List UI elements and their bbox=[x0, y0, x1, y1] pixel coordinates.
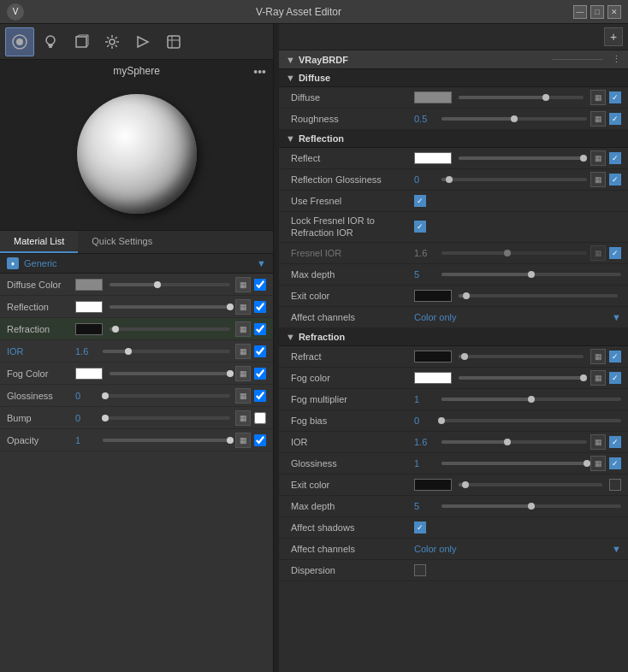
right-refr-glossiness-map-btn[interactable]: ▦ bbox=[590, 456, 606, 471]
right-reflect-slider[interactable] bbox=[459, 156, 584, 160]
right-refr-ior-slider[interactable] bbox=[441, 440, 587, 444]
right-diffuse-map-btn[interactable]: ▦ bbox=[590, 90, 606, 105]
right-refr-max-depth-slider[interactable] bbox=[441, 504, 621, 508]
right-affect-channels-refl-value[interactable]: Color only bbox=[414, 312, 608, 322]
right-fog-bias-slider[interactable] bbox=[441, 419, 621, 422]
right-fresnel-ior-check[interactable] bbox=[609, 247, 621, 259]
minimize-button[interactable]: — bbox=[573, 5, 587, 19]
right-refr-glossiness-check[interactable] bbox=[609, 457, 621, 469]
opacity-check[interactable] bbox=[254, 434, 266, 446]
right-reflect-map-btn[interactable]: ▦ bbox=[590, 150, 606, 166]
right-roughness-map-btn[interactable]: ▦ bbox=[590, 111, 606, 127]
right-refract-map-btn[interactable]: ▦ bbox=[590, 349, 606, 364]
right-fog-color-slider[interactable] bbox=[459, 376, 584, 380]
right-refr-exit-color-slider[interactable] bbox=[459, 483, 602, 486]
fog-color-check[interactable] bbox=[254, 368, 266, 380]
refraction-slider[interactable] bbox=[110, 327, 230, 331]
tab-quick-settings[interactable]: Quick Settings bbox=[78, 231, 166, 253]
right-fog-color-check[interactable] bbox=[609, 372, 621, 384]
add-asset-button[interactable]: + bbox=[604, 27, 623, 46]
right-fog-color-map-btn[interactable]: ▦ bbox=[590, 370, 606, 386]
refraction-map-btn[interactable]: ▦ bbox=[235, 321, 251, 337]
refraction-section-header[interactable]: ▼ Refraction bbox=[279, 328, 628, 346]
preview-menu-button[interactable]: ••• bbox=[253, 65, 266, 79]
render-tool-button[interactable] bbox=[128, 27, 157, 56]
right-affect-channels-refr-arrow[interactable]: ▼ bbox=[612, 544, 621, 554]
bump-check[interactable] bbox=[254, 412, 266, 424]
right-refr-exit-color-check[interactable] bbox=[609, 479, 621, 491]
collapse-brdf-icon[interactable]: ▼ bbox=[286, 55, 295, 65]
glossiness-map-btn[interactable]: ▦ bbox=[235, 388, 251, 404]
ior-map-btn[interactable]: ▦ bbox=[235, 344, 251, 359]
right-exit-color-swatch[interactable] bbox=[414, 290, 452, 302]
right-refract-check[interactable] bbox=[609, 351, 621, 363]
right-refl-glossiness-check[interactable] bbox=[609, 174, 621, 186]
reflection-section-header[interactable]: ▼ Reflection bbox=[279, 130, 628, 148]
right-affect-channels-refr-value[interactable]: Color only bbox=[414, 544, 608, 554]
settings-tool-button[interactable] bbox=[98, 27, 127, 56]
diffuse-color-check[interactable] bbox=[254, 279, 266, 291]
right-diffuse-swatch[interactable] bbox=[414, 91, 452, 103]
effects-tool-button[interactable] bbox=[159, 27, 188, 56]
right-fresnel-ior-slider[interactable] bbox=[441, 251, 587, 255]
bump-map-btn[interactable]: ▦ bbox=[235, 410, 251, 426]
right-diffuse-slider[interactable] bbox=[459, 96, 584, 99]
glossiness-check[interactable] bbox=[254, 390, 266, 402]
right-exit-color-slider[interactable] bbox=[459, 294, 618, 298]
opacity-slider[interactable] bbox=[103, 439, 230, 442]
right-roughness-check[interactable] bbox=[609, 113, 621, 125]
right-fog-mult-slider[interactable] bbox=[441, 398, 621, 401]
ior-check[interactable] bbox=[254, 345, 266, 357]
material-dropdown[interactable]: ♦ Generic ▼ bbox=[0, 254, 273, 274]
materials-tool-button[interactable] bbox=[5, 27, 34, 56]
material-name[interactable]: Generic bbox=[24, 258, 252, 268]
right-max-depth-slider[interactable] bbox=[441, 273, 621, 276]
reflection-map-btn[interactable]: ▦ bbox=[235, 299, 251, 315]
right-refract-swatch[interactable] bbox=[414, 351, 452, 363]
right-affect-shadows-check[interactable] bbox=[414, 522, 426, 533]
brdf-menu-icon[interactable]: ⋮ bbox=[612, 54, 621, 65]
fog-color-map-btn[interactable]: ▦ bbox=[235, 366, 251, 381]
close-button[interactable]: ✕ bbox=[607, 5, 621, 19]
right-lock-fresnel-check[interactable] bbox=[414, 221, 426, 233]
right-refr-ior-check[interactable] bbox=[609, 436, 621, 448]
right-affect-channels-refl-arrow[interactable]: ▼ bbox=[612, 312, 621, 322]
glossiness-slider[interactable] bbox=[103, 394, 230, 398]
reflection-swatch[interactable] bbox=[75, 301, 103, 313]
diffuse-color-slider[interactable] bbox=[110, 283, 230, 286]
right-diffuse-check[interactable] bbox=[609, 91, 621, 103]
right-dispersion-check[interactable] bbox=[414, 564, 426, 576]
right-fog-color-swatch[interactable] bbox=[414, 372, 452, 384]
right-reflect-check[interactable] bbox=[609, 152, 621, 164]
right-reflect-swatch[interactable] bbox=[414, 152, 452, 164]
lights-tool-button[interactable] bbox=[36, 27, 65, 56]
opacity-map-btn[interactable]: ▦ bbox=[235, 433, 251, 448]
refraction-swatch[interactable] bbox=[75, 323, 103, 335]
geometry-tool-button[interactable] bbox=[67, 27, 96, 56]
right-refract-slider[interactable] bbox=[459, 355, 584, 358]
window-controls[interactable]: — □ ✕ bbox=[573, 5, 621, 19]
right-refr-glossiness-slider[interactable] bbox=[441, 462, 587, 465]
reflection-section-title: Reflection bbox=[299, 133, 621, 144]
ior-slider[interactable] bbox=[103, 350, 230, 353]
right-refl-glossiness-slider[interactable] bbox=[441, 178, 587, 181]
diffuse-color-map-btn[interactable]: ▦ bbox=[235, 277, 251, 292]
right-refr-exit-color-swatch[interactable] bbox=[414, 479, 452, 491]
diffuse-section-header[interactable]: ▼ Diffuse bbox=[279, 69, 628, 87]
fog-color-slider[interactable] bbox=[110, 372, 230, 375]
maximize-button[interactable]: □ bbox=[590, 5, 604, 19]
right-roughness-slider[interactable] bbox=[441, 117, 587, 121]
diffuse-color-label: Diffuse Color bbox=[7, 280, 75, 290]
tab-material-list[interactable]: Material List bbox=[0, 231, 78, 253]
left-properties-panel: Diffuse Color ▦ Reflection ▦ bbox=[0, 274, 273, 672]
diffuse-color-swatch[interactable] bbox=[75, 279, 103, 291]
refraction-check[interactable] bbox=[254, 323, 266, 335]
bump-slider[interactable] bbox=[103, 416, 230, 420]
right-refr-ior-map-btn[interactable]: ▦ bbox=[590, 434, 606, 450]
right-fresnel-ior-map-btn[interactable]: ▦ bbox=[590, 245, 606, 261]
reflection-check[interactable] bbox=[254, 301, 266, 313]
right-use-fresnel-check[interactable] bbox=[414, 195, 426, 207]
fog-color-swatch[interactable] bbox=[75, 368, 103, 380]
reflection-slider[interactable] bbox=[110, 305, 230, 309]
right-refl-glossiness-map-btn[interactable]: ▦ bbox=[590, 172, 606, 187]
